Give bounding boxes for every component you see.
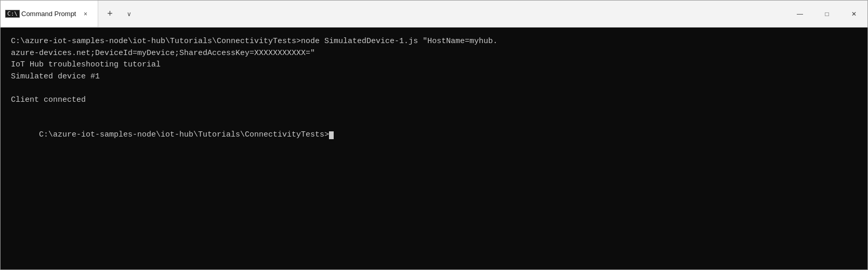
new-tab-button[interactable]: +: [98, 1, 121, 27]
terminal-window: C:\ Command Prompt × + ∨ — □ ✕ C:\azure-…: [0, 0, 868, 270]
terminal-prompt: C:\azure-iot-samples-node\iot-hub\Tutori…: [39, 130, 329, 139]
tab-title: Command Prompt: [21, 10, 76, 18]
tab-icon: C:\: [8, 9, 17, 19]
cursor: [329, 131, 334, 139]
terminal-line: C:\azure-iot-samples-node\iot-hub\Tutori…: [11, 36, 857, 48]
tab-close-button[interactable]: ×: [80, 9, 90, 19]
terminal-body[interactable]: C:\azure-iot-samples-node\iot-hub\Tutori…: [1, 28, 867, 269]
cmd-icon: C:\: [5, 10, 20, 18]
terminal-line: Simulated device #1: [11, 71, 857, 83]
titlebar: C:\ Command Prompt × + ∨ — □ ✕: [1, 1, 867, 28]
terminal-line: Client connected: [11, 95, 857, 106]
terminal-line: azure-devices.net;DeviceId=myDevice;Shar…: [11, 48, 857, 60]
terminal-prompt-line: C:\azure-iot-samples-node\iot-hub\Tutori…: [11, 118, 857, 153]
terminal-empty-line: [11, 83, 857, 95]
maximize-button[interactable]: □: [813, 1, 840, 27]
window-controls: — □ ✕: [786, 1, 867, 27]
terminal-line: IoT Hub troubleshooting tutorial: [11, 59, 857, 71]
terminal-empty-line: [11, 106, 857, 118]
minimize-button[interactable]: —: [786, 1, 813, 27]
tab-area: C:\ Command Prompt × + ∨: [1, 1, 786, 27]
active-tab[interactable]: C:\ Command Prompt ×: [1, 1, 98, 27]
close-button[interactable]: ✕: [840, 1, 867, 27]
tab-dropdown-button[interactable]: ∨: [121, 1, 137, 27]
